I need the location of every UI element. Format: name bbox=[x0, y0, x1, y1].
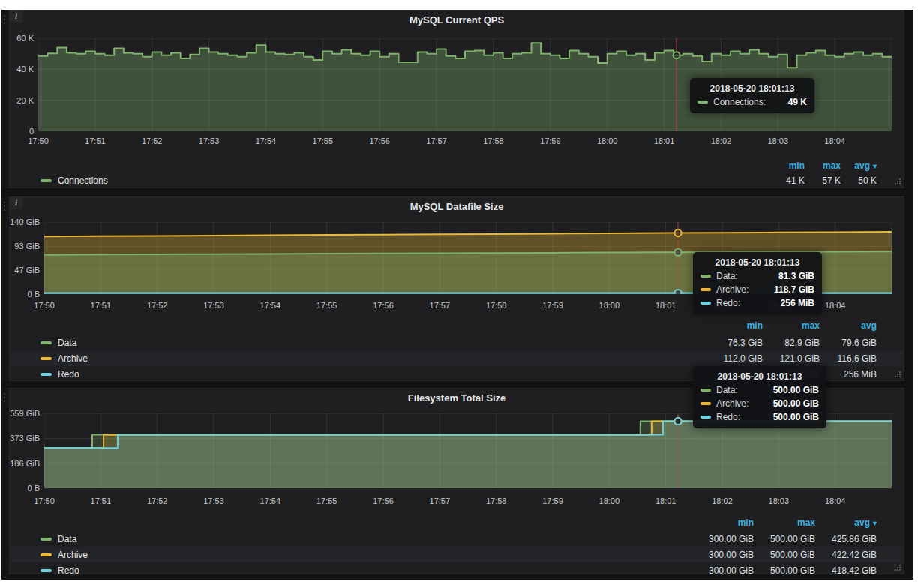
legend-sort-min[interactable]: min bbox=[769, 159, 805, 172]
panel-filesystem-total-size: Filesystem Total Size 559 GiB373 GiB186 … bbox=[9, 388, 904, 574]
legend-sort-max[interactable]: max bbox=[763, 319, 820, 332]
plot-area[interactable] bbox=[44, 413, 892, 488]
legend-series-name: Data bbox=[58, 338, 76, 348]
legend-series-archive[interactable]: Archive bbox=[40, 350, 88, 366]
legend-sort-min[interactable]: min bbox=[706, 319, 763, 332]
panel-mysql-datafile-size: i MySQL Datafile Size 140 GiB93 GiB47 Gi… bbox=[9, 196, 904, 381]
legend-row: Archive300.00 GiB500.00 GiB422.42 GiB bbox=[10, 547, 903, 562]
legend-stat-value: 500.00 GiB bbox=[754, 547, 815, 562]
dot bbox=[4, 209, 5, 211]
panel-title[interactable]: Filesystem Total Size bbox=[10, 392, 904, 404]
x-tick-label: 18:01 bbox=[656, 496, 676, 506]
plot-area[interactable] bbox=[38, 38, 892, 131]
legend-series-data[interactable]: Data bbox=[40, 334, 76, 350]
legend-color-dash bbox=[40, 554, 52, 556]
chart-svg bbox=[38, 38, 892, 131]
x-tick-label: 17:59 bbox=[542, 496, 563, 506]
legend-color-dash bbox=[40, 179, 52, 182]
panel-row-2: i MySQL Datafile Size 140 GiB93 GiB47 Gi… bbox=[2, 196, 914, 381]
legend-stat-value: 418.42 GiB bbox=[815, 562, 877, 578]
x-tick-label: 17:57 bbox=[430, 301, 451, 310]
dot bbox=[4, 393, 5, 394]
legend-color-dash bbox=[40, 341, 52, 344]
panel-row-3: Filesystem Total Size 559 GiB373 GiB186 … bbox=[2, 388, 914, 574]
legend-series-connections[interactable]: Connections bbox=[40, 172, 108, 188]
legend-stat-value: 500.00 GiB bbox=[754, 531, 815, 547]
x-tick-label: 17:56 bbox=[369, 136, 390, 146]
legend-stats-header: minmaxavg▾ bbox=[692, 516, 877, 530]
legend-stat-value: 300.00 GiB bbox=[692, 562, 754, 578]
x-tick-label: 18:00 bbox=[597, 136, 618, 146]
x-tick-label: 18:00 bbox=[599, 301, 620, 310]
y-tick-label: 93 GiB bbox=[10, 242, 40, 250]
x-tick-label: 17:50 bbox=[28, 136, 49, 146]
x-tick-label: 18:01 bbox=[656, 301, 676, 310]
legend-color-dash bbox=[40, 373, 52, 376]
y-tick-label: 47 GiB bbox=[10, 266, 40, 274]
legend-stat-value: 425.86 GiB bbox=[815, 531, 877, 547]
legend-header-row: minmaxavg bbox=[10, 319, 903, 332]
y-tick-label: 0 bbox=[10, 127, 34, 136]
x-tick-label: 17:51 bbox=[91, 301, 112, 310]
legend-series-name: Redo bbox=[58, 369, 80, 380]
panel-title[interactable]: MySQL Current QPS bbox=[10, 14, 904, 26]
legend-header-row: minmaxavg▾ bbox=[10, 516, 903, 530]
plot-area[interactable] bbox=[44, 222, 892, 294]
x-tick-label: 18:00 bbox=[599, 496, 620, 506]
legend-stats-values: 300.00 GiB500.00 GiB422.42 GiB bbox=[692, 547, 877, 562]
x-tick-label: 17:55 bbox=[316, 496, 338, 506]
legend-stat-value: 300.00 GiB bbox=[692, 547, 754, 562]
y-tick-label: 186 GiB bbox=[10, 459, 40, 468]
x-tick-label: 18:03 bbox=[769, 301, 790, 310]
x-tick-label: 17:52 bbox=[147, 496, 168, 506]
y-tick-label: 0 B bbox=[10, 290, 40, 298]
y-tick-label: 559 GiB bbox=[10, 409, 40, 418]
legend-sort-min[interactable]: min bbox=[692, 516, 754, 530]
legend-sort-avg[interactable]: avg bbox=[820, 319, 877, 332]
row-drag-handle[interactable] bbox=[2, 388, 9, 574]
legend-stats-values: 256 MiB256 MiB256 MiB bbox=[706, 366, 877, 382]
dot bbox=[4, 22, 5, 24]
x-tick-label: 17:50 bbox=[34, 301, 55, 310]
legend-row: Archive112.0 GiB121.0 GiB116.6 GiB bbox=[10, 350, 903, 366]
x-tick-label: 18:04 bbox=[824, 136, 845, 146]
row-drag-handle[interactable] bbox=[2, 10, 9, 188]
legend-row: Connections41 K57 K50 K bbox=[10, 172, 903, 188]
legend-series-archive[interactable]: Archive bbox=[40, 547, 88, 562]
x-tick-label: 17:52 bbox=[142, 136, 163, 146]
dot bbox=[4, 206, 5, 207]
row-drag-handle[interactable] bbox=[2, 196, 9, 381]
crosshair-marker-data bbox=[674, 249, 681, 256]
panel-title[interactable]: MySQL Datafile Size bbox=[10, 201, 904, 212]
legend-color-dash bbox=[40, 569, 52, 572]
sort-caret-icon: ▾ bbox=[873, 519, 877, 527]
legend-stat-value: 121.0 GiB bbox=[763, 350, 820, 366]
legend-series-redo[interactable]: Redo bbox=[40, 366, 80, 382]
legend-sort-avg[interactable]: avg▾ bbox=[815, 516, 877, 530]
legend-stat-value: 256 MiB bbox=[763, 366, 820, 382]
legend-stats-values: 300.00 GiB500.00 GiB418.42 GiB bbox=[692, 562, 877, 578]
x-tick-label: 18:04 bbox=[825, 301, 846, 310]
legend-sort-avg[interactable]: avg▾ bbox=[841, 159, 877, 172]
legend-stats-header: minmaxavg bbox=[706, 319, 877, 332]
legend-series-redo[interactable]: Redo bbox=[40, 562, 80, 578]
legend-header-row: minmaxavg▾ bbox=[10, 159, 903, 172]
series-fill-redo bbox=[44, 422, 892, 488]
legend-series-data[interactable]: Data bbox=[40, 531, 76, 547]
x-tick-label: 17:55 bbox=[313, 136, 334, 146]
legend-row: Redo256 MiB256 MiB256 MiB bbox=[10, 366, 903, 382]
x-tick-label: 17:52 bbox=[147, 301, 168, 310]
crosshair-marker-archive bbox=[674, 230, 681, 236]
crosshair-marker-redo bbox=[674, 418, 681, 424]
legend-sort-max[interactable]: max bbox=[805, 159, 841, 172]
legend-sort-max[interactable]: max bbox=[754, 516, 815, 530]
x-tick-label: 17:59 bbox=[542, 301, 563, 310]
x-tick-label: 17:50 bbox=[34, 496, 55, 506]
x-tick-label: 17:57 bbox=[426, 136, 447, 146]
legend-row: Redo300.00 GiB500.00 GiB418.42 GiB bbox=[10, 562, 903, 578]
series-fill-data bbox=[44, 251, 892, 294]
dot bbox=[4, 19, 5, 20]
legend-stat-value: 422.42 GiB bbox=[815, 547, 877, 562]
legend-stat-value: 76.3 GiB bbox=[706, 334, 763, 350]
legend-series-name: Archive bbox=[58, 550, 88, 560]
